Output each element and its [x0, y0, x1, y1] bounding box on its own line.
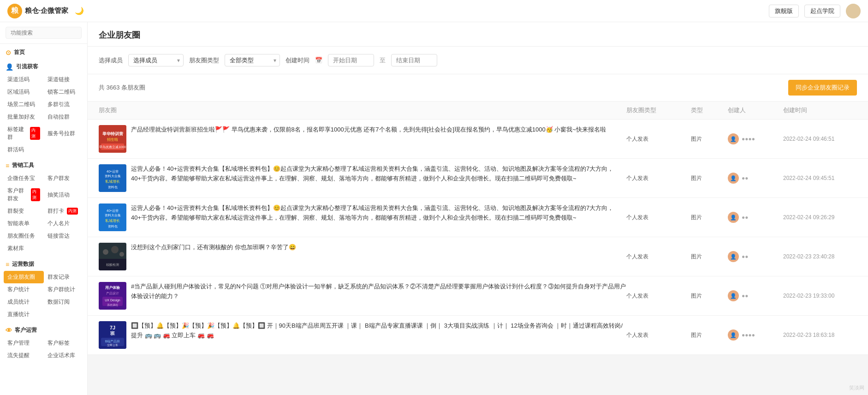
badge-neice2: 内测: [31, 188, 40, 201]
sidebar-item-link-reach[interactable]: 链接雷达: [44, 230, 84, 242]
sidebar: ⊙ 首页 👤 引流获客 渠道活码 渠道链接 区域活码 锁客二维码 场景二维码 多…: [0, 22, 88, 395]
table-row: 举华特训营 招生啦 早鸟优惠立减1000 产品经理就业特训营新班招生啦🚩🚩 早鸟…: [88, 120, 868, 159]
type-3: 图片: [691, 214, 728, 221]
type-1: 图片: [691, 135, 728, 143]
type-6: 图片: [691, 331, 728, 339]
post-thumb-4: 核酸检测: [99, 243, 126, 270]
creator-avatar-2: 👤: [728, 173, 739, 184]
sidebar-item-tag-build[interactable]: 标签建群内测: [4, 123, 44, 144]
circle-type-4: 个人发表: [626, 253, 691, 261]
attract-label: 引流获客: [16, 63, 38, 71]
svg-point-16: [103, 249, 108, 255]
time-1: 2022-02-24 09:46:51: [783, 136, 857, 142]
sidebar-item-customer-tag[interactable]: 客户标签: [44, 337, 84, 349]
post-cell-3: 40+运营 资料大合集 私域增长 资料包 运营人必备！40+运营资料大合集【私域…: [99, 203, 626, 231]
sidebar-item-corp-moments[interactable]: 企业朋友圈: [4, 271, 44, 283]
svg-text:资料包: 资料包: [108, 225, 118, 228]
sidebar-item-group-change[interactable]: 群裂变: [4, 205, 44, 217]
creator-name-6: ●●●●: [742, 332, 755, 338]
sidebar-item-customer-group-send[interactable]: 客户群群发内测: [4, 185, 44, 205]
main-layout: ⊙ 首页 👤 引流获客 渠道活码 渠道链接 区域活码 锁客二维码 场景二维码 多…: [0, 22, 868, 395]
date-start-input[interactable]: [328, 54, 374, 66]
sidebar-item-lottery[interactable]: 抽奖活动: [44, 185, 84, 205]
svg-text:私域增长: 私域增长: [105, 219, 120, 223]
sidebar-item-scene-qr[interactable]: 场景二维码: [4, 98, 44, 111]
table-row: 40+运营 资料大合集 私域增长 资料包 运营人必备！40+运营资料大合集【私域…: [88, 159, 868, 198]
sidebar-item-channel-activity[interactable]: 渠道活码: [4, 73, 44, 86]
member-select[interactable]: 选择成员: [128, 54, 184, 66]
type-filter-label: 朋友圈类型: [189, 56, 219, 65]
table-row: 40+运营 资料大合集 私域增长 资料包 运营人必备！40+运营资料大合集【私域…: [88, 198, 868, 237]
circle-type-5: 个人发表: [626, 292, 691, 300]
badge-neice: 内测: [30, 127, 40, 140]
creator-3: 👤 ●●: [728, 212, 783, 223]
marketing-label: 营销工具: [12, 162, 34, 169]
date-end-input[interactable]: [391, 54, 437, 66]
svg-text:核酸检测: 核酸检测: [106, 263, 119, 267]
svg-point-17: [111, 246, 119, 253]
creator-avatar-6: 👤: [728, 329, 739, 341]
sidebar-item-group-qr[interactable]: 群活码: [4, 144, 44, 156]
sidebar-item-live-stat[interactable]: 直播统计: [4, 308, 44, 321]
post-cell-2: 40+运营 资料大合集 私域增长 资料包 运营人必备！40+运营资料大合集【私域…: [99, 164, 626, 192]
creator-1: 👤 ●●●●: [728, 133, 783, 144]
customer-ops-section-icon: 👁: [6, 327, 12, 334]
svg-text:UX Design: UX Design: [105, 299, 120, 302]
post-text-6: 🔲【预】🔔【预】🎉【预】🎉【预】🔔【预】🔲 开｜90天B端产品班周五开课 ｜课｜…: [131, 321, 626, 341]
calendar-icon: 📅: [315, 57, 322, 64]
svg-text:班: 班: [110, 331, 115, 336]
operations-grid: 企业朋友圈 群发记录 客户统计 客户群统计 成员统计 数据订阅 直播统计: [0, 270, 87, 322]
table-row: 用户体验 产品设计 UX Design 系统课程 #当产品新人碰到用户体验设计，…: [88, 276, 868, 316]
sidebar-item-churn-reminder[interactable]: 流失提醒: [4, 349, 44, 362]
sidebar-item-customer-mgmt[interactable]: 客户管理: [4, 337, 44, 349]
user-avatar: [846, 4, 861, 18]
sidebar-item-region-activity[interactable]: 区域活码: [4, 86, 44, 98]
sidebar-item-data-feed[interactable]: 数据订阅: [44, 296, 84, 308]
member-filter-label: 选择成员: [99, 56, 123, 65]
search-input[interactable]: [6, 27, 82, 39]
sidebar-item-batch-add[interactable]: 批量加好友: [4, 111, 44, 123]
type-select[interactable]: 全部类型: [225, 54, 280, 66]
creator-5: 👤 ●●: [728, 290, 783, 301]
sidebar-item-auto-group[interactable]: 自动拉群: [44, 111, 84, 123]
svg-text:早鸟优惠立减1000: 早鸟优惠立减1000: [99, 145, 126, 149]
sidebar-item-member-stat[interactable]: 成员统计: [4, 296, 44, 308]
academy-btn[interactable]: 起点学院: [804, 5, 840, 18]
sidebar-item-group-punch[interactable]: 群打卡内测: [44, 205, 84, 217]
sidebar-item-customer-group[interactable]: 客户群发: [44, 172, 84, 185]
post-text-5: #当产品新人碰到用户体验设计，常见的N个问题 ①对用户体验设计一知半解，缺乏系统…: [131, 282, 626, 301]
sidebar-item-lock-qr[interactable]: 锁客二维码: [44, 86, 84, 98]
content: 企业朋友圈 选择成员 选择成员 朋友圈类型 全部类型 创建时间 📅 至: [88, 22, 868, 395]
svg-text:资料大合集: 资料大合集: [105, 174, 121, 178]
post-thumb-5: 用户体验 产品设计 UX Design 系统课程: [99, 282, 126, 310]
circle-type-1: 个人发表: [626, 135, 691, 143]
svg-text:资料大合集: 资料大合集: [105, 214, 121, 217]
col-header-type: 类型: [691, 106, 728, 114]
circle-type-6: 个人发表: [626, 331, 691, 339]
sidebar-item-group-record[interactable]: 群发记录: [44, 271, 84, 283]
home-label[interactable]: 首页: [14, 48, 25, 56]
sync-button[interactable]: 同步企业朋友圈记录: [788, 80, 857, 96]
post-text-4: 没想到这个点到家门口，还有测核酸的 你也加班啊？辛苦了😄: [131, 243, 296, 252]
sidebar-search-wrap: [0, 22, 87, 44]
sidebar-item-smart-list[interactable]: 智能表单: [4, 217, 44, 230]
stats-text: 共 3663 条朋友圈: [99, 84, 145, 92]
sidebar-item-corp-speech[interactable]: 企业话术库: [44, 349, 84, 362]
creator-4: 👤 ●●: [728, 251, 783, 262]
sidebar-item-namecard[interactable]: 个人名片: [44, 217, 84, 230]
page-title: 企业朋友圈: [99, 30, 857, 46]
moon-icon: 🌙: [75, 6, 84, 15]
sidebar-item-material[interactable]: 素材库: [4, 242, 44, 255]
sidebar-item-service-pull[interactable]: 服务号拉群: [44, 123, 84, 144]
col-header-circle-type: 朋友圈类型: [626, 106, 691, 114]
creator-name-1: ●●●●: [742, 136, 755, 142]
flagship-btn[interactable]: 旗舰版: [769, 5, 799, 18]
sidebar-item-friend-circle[interactable]: 朋友圈任务: [4, 230, 44, 242]
post-thumb-3: 40+运营 资料大合集 私域增长 资料包: [99, 203, 126, 231]
sidebar-item-multi-funnel[interactable]: 多群引流: [44, 98, 84, 111]
sidebar-item-wework-task[interactable]: 企微任务宝: [4, 172, 44, 185]
sidebar-item-channel-link[interactable]: 渠道链接: [44, 73, 84, 86]
sidebar-item-customer-stat[interactable]: 客户统计: [4, 283, 44, 296]
type-select-wrap: 全部类型: [225, 54, 280, 66]
sidebar-item-customer-group-stat[interactable]: 客户群统计: [44, 283, 84, 296]
